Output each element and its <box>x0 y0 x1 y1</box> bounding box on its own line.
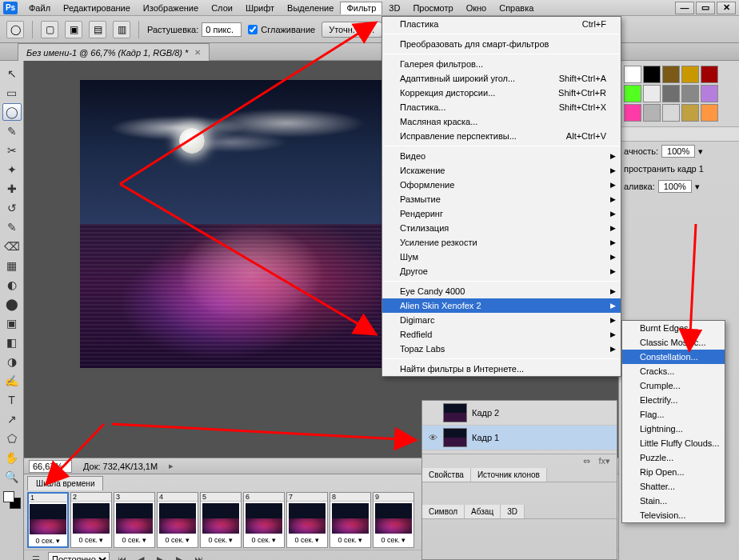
menu-окно[interactable]: Окно <box>460 2 493 14</box>
close-button[interactable]: ✕ <box>717 2 736 14</box>
menu-item[interactable]: Коррекция дисторсии...Shift+Ctrl+R <box>382 86 621 100</box>
swatch[interactable] <box>643 66 661 83</box>
filter-menu[interactable]: ПластикаCtrl+FПреобразовать для смарт-фи… <box>381 16 621 377</box>
tool-12[interactable]: ⬤ <box>2 295 22 313</box>
layer-row[interactable]: Кадр 2 <box>422 401 617 426</box>
menu-item[interactable]: Оформление▶ <box>382 178 621 192</box>
tool-4[interactable]: ✂ <box>2 142 22 159</box>
submenu-item[interactable]: Rip Open... <box>622 465 725 479</box>
swatch[interactable] <box>643 104 661 122</box>
submenu-item[interactable]: Lightning... <box>622 422 725 436</box>
tool-5[interactable]: ✦ <box>2 161 22 178</box>
menu-item[interactable]: Адаптивный широкий угол...Shift+Ctrl+A <box>382 71 621 86</box>
selection-mode-new-icon[interactable]: ▢ <box>41 21 58 38</box>
fx-icon[interactable]: fx▾ <box>598 456 610 466</box>
timeline-tab[interactable]: Шкала времени <box>27 476 103 490</box>
menu-item[interactable]: Digimarc▶ <box>382 313 621 327</box>
tool-19[interactable]: ⬠ <box>2 430 22 447</box>
frame-1[interactable]: 10 сек. ▾ <box>27 492 69 548</box>
canvas[interactable] <box>80 80 392 368</box>
tab-properties[interactable]: Свойства <box>422 468 471 482</box>
menu-шрифт[interactable]: Шрифт <box>239 2 281 14</box>
tool-1[interactable]: ▭ <box>2 84 22 102</box>
antialias-checkbox[interactable]: Сглаживание <box>248 25 315 34</box>
frame-9[interactable]: 90 сек. ▾ <box>373 492 414 548</box>
xenofex-submenu[interactable]: Burnt Edges...Classic Mosaic...Constella… <box>621 320 725 523</box>
menu-изображение[interactable]: Изображение <box>137 2 205 14</box>
frame-6[interactable]: 60 сек. ▾ <box>243 492 285 548</box>
minimize-button[interactable]: — <box>675 2 694 14</box>
menu-item[interactable]: Другое▶ <box>382 264 621 278</box>
menu-item[interactable]: Искажение▶ <box>382 163 621 178</box>
opacity-input[interactable] <box>661 145 695 158</box>
tool-6[interactable]: ✚ <box>2 180 22 198</box>
menu-item[interactable]: Topaz Labs▶ <box>382 342 621 356</box>
frame-8[interactable]: 80 сек. ▾ <box>330 492 371 548</box>
frame-4[interactable]: 40 сек. ▾ <box>157 492 198 548</box>
tab-3d[interactable]: 3D <box>501 505 525 518</box>
fill-input[interactable] <box>658 180 692 193</box>
menu-item[interactable]: Пластика...Shift+Ctrl+X <box>382 100 621 114</box>
frame-3[interactable]: 30 сек. ▾ <box>114 492 155 548</box>
menu-item[interactable]: Видео▶ <box>382 149 621 163</box>
menu-item[interactable]: ПластикаCtrl+F <box>382 17 621 31</box>
tool-16[interactable]: ✍ <box>2 372 22 390</box>
swatch[interactable] <box>681 66 699 83</box>
tool-21[interactable]: 🔍 <box>2 468 22 486</box>
submenu-item[interactable]: Television... <box>622 508 725 522</box>
tool-3[interactable]: ✎ <box>2 122 22 140</box>
last-frame-icon[interactable]: ⏭ <box>191 553 206 560</box>
menu-слои[interactable]: Слои <box>205 2 239 14</box>
submenu-item[interactable]: Burnt Edges... <box>622 321 725 335</box>
tool-14[interactable]: ◧ <box>2 334 22 351</box>
chevron-down-icon[interactable]: ▾ <box>698 146 703 157</box>
link-icon[interactable]: ⇔ <box>583 456 590 466</box>
tool-preset-icon[interactable]: ◯ <box>6 21 24 38</box>
selection-mode-add-icon[interactable]: ▣ <box>65 21 82 38</box>
tool-17[interactable]: T <box>2 391 22 409</box>
submenu-item[interactable]: Electrify... <box>622 393 725 407</box>
menu-item[interactable]: Стилизация▶ <box>382 221 621 235</box>
menu-item[interactable]: Eye Candy 4000▶ <box>382 284 621 298</box>
first-frame-icon[interactable]: ⏮ <box>114 553 129 560</box>
swatch[interactable] <box>662 66 680 83</box>
menu-item[interactable]: Масляная краска... <box>382 114 621 129</box>
menu-item[interactable]: Найти фильтры в Интернете... <box>382 362 621 376</box>
tab-paragraph[interactable]: Абзац <box>465 505 501 518</box>
next-frame-icon[interactable]: ▶ <box>172 553 186 560</box>
frame-2[interactable]: 20 сек. ▾ <box>70 492 112 548</box>
menu-item[interactable]: Рендеринг▶ <box>382 206 621 221</box>
tab-character[interactable]: Символ <box>422 505 465 518</box>
menu-выделение[interactable]: Выделение <box>281 2 340 14</box>
layer-row[interactable]: 👁Кадр 1 <box>422 426 617 450</box>
refine-edge-button[interactable]: Уточн. кр… <box>322 22 382 38</box>
menu-item[interactable]: Преобразовать для смарт-фильтров <box>382 37 621 51</box>
swatch[interactable] <box>624 104 641 122</box>
chevron-down-icon[interactable]: ▾ <box>695 182 700 192</box>
visibility-icon[interactable]: 👁 <box>427 433 438 442</box>
close-icon[interactable]: ✕ <box>194 48 201 57</box>
submenu-item[interactable]: Cracks... <box>622 364 725 378</box>
swatch[interactable] <box>624 66 641 83</box>
menu-справка[interactable]: Справка <box>493 2 540 14</box>
swatch[interactable] <box>662 85 680 102</box>
maximize-button[interactable]: ▭ <box>696 2 715 14</box>
loop-select[interactable]: Постоянно <box>48 552 110 560</box>
antialias-box[interactable] <box>248 25 258 34</box>
menu-item[interactable]: Redfield▶ <box>382 327 621 342</box>
tool-8[interactable]: ✎ <box>2 218 22 236</box>
propagate-row[interactable]: пространить кадр 1 <box>619 161 739 177</box>
menu-item[interactable]: Исправление перспективы...Alt+Ctrl+V <box>382 129 621 143</box>
menu-item[interactable]: Шум▶ <box>382 250 621 264</box>
tool-9[interactable]: ⌫ <box>2 238 22 255</box>
submenu-item[interactable]: Classic Mosaic... <box>622 335 725 350</box>
menu-фильтр[interactable]: Фильтр <box>340 2 382 14</box>
swatch[interactable] <box>701 66 718 83</box>
color-swatches[interactable] <box>3 491 21 509</box>
swatch[interactable] <box>681 85 699 102</box>
tab-clone-source[interactable]: Источник клонов <box>471 468 547 482</box>
submenu-item[interactable]: Little Fluffy Clouds... <box>622 436 725 450</box>
swatch[interactable] <box>643 85 661 102</box>
play-icon[interactable]: ▶ <box>153 553 167 560</box>
swatch[interactable] <box>662 104 680 122</box>
